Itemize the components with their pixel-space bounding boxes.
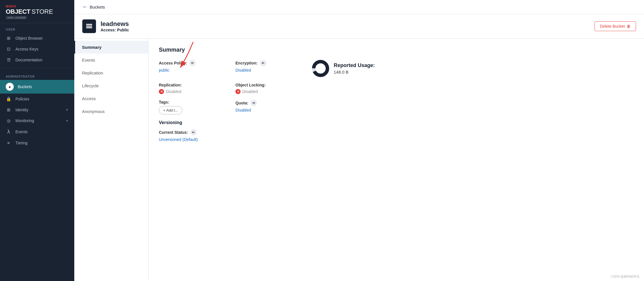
bucket-name: leadnews	[101, 20, 129, 28]
svg-rect-2	[86, 27, 92, 29]
sidebar-item-monitoring[interactable]: ◎ Monitoring ▼	[0, 115, 74, 126]
logo-license: AGPL LICENSE	[6, 16, 69, 19]
sidebar-item-documentation[interactable]: ☰ Documentation	[0, 54, 74, 65]
tab-navigation: Summary Events Replication Lifecycle Acc…	[74, 39, 149, 281]
sidebar: MINIO OBJECT STORE AGPL LICENSE User ⊞ O…	[0, 0, 74, 281]
buckets-icon: ●	[6, 83, 14, 91]
content-area: Summary Events Replication Lifecycle Acc…	[74, 39, 644, 281]
add-tag-label: + Add t...	[163, 108, 178, 112]
watermark: CSDN @屎码程序员	[611, 274, 639, 279]
back-arrow-icon: ←	[82, 4, 87, 10]
object-browser-icon: ⊞	[6, 36, 11, 41]
quota-link[interactable]: Disabled	[235, 108, 251, 112]
panel-title: Summary	[159, 47, 634, 53]
tab-events-label: Events	[82, 58, 95, 62]
replication-label: Replication:	[159, 83, 222, 87]
sidebar-divider	[0, 68, 74, 68]
tab-lifecycle[interactable]: Lifecycle	[74, 79, 148, 92]
back-to-buckets[interactable]: ← Buckets	[82, 4, 105, 10]
sidebar-item-identity[interactable]: ⊞ Identity ▼	[0, 104, 74, 115]
logo-light: STORE	[31, 8, 53, 15]
reported-usage-value: 148.0 B	[334, 70, 349, 74]
tab-summary-label: Summary	[82, 45, 101, 50]
versioning-section: Versioning Current Status: ✏ Unversioned…	[159, 120, 634, 142]
encryption-value: Disabled	[235, 68, 298, 72]
events-icon: λ	[6, 129, 11, 135]
bucket-access-value: Public	[117, 28, 129, 32]
delete-bucket-button[interactable]: Delete Bucket 🗑	[595, 21, 636, 31]
edit-versioning-icon[interactable]: ✏	[190, 129, 197, 136]
current-status-label: Current Status: ✏	[159, 129, 634, 136]
usage-donut-chart	[312, 60, 329, 77]
edit-access-policy-icon[interactable]: ✏	[189, 60, 196, 66]
sidebar-item-label: Policies	[15, 97, 69, 101]
quota-col: Quota: ✏ Disabled	[235, 100, 298, 114]
reported-usage: Reported Usage: 148.0 B	[334, 62, 375, 74]
bucket-title-group: leadnews Access: Public	[101, 20, 129, 32]
access-policy-link[interactable]: public	[159, 68, 169, 72]
encryption-col: Encryption: ✏ Disabled	[235, 60, 298, 77]
bucket-actions: Delete Bucket 🗑	[595, 21, 636, 31]
tab-anonymous[interactable]: Anonymous	[74, 105, 148, 118]
sidebar-item-buckets[interactable]: ● Buckets	[0, 80, 74, 94]
agpl-badge: AGPL LICENSE	[6, 16, 27, 19]
policies-icon: 🔒	[6, 96, 11, 102]
user-section-label: User	[0, 23, 74, 33]
disabled-icon: ✕	[235, 89, 241, 94]
sidebar-item-events[interactable]: λ Events	[0, 126, 74, 138]
summary-row-2: Replication: ✕ Disabled Object Locking: …	[159, 83, 634, 94]
reported-usage-title: Reported Usage:	[334, 62, 375, 68]
documentation-icon: ☰	[6, 57, 11, 62]
logo-bold: OBJECT	[6, 8, 30, 15]
tab-access-label: Access	[82, 96, 96, 101]
access-policy-label: Access Policy: ✏	[159, 60, 222, 66]
tags-col: Tags: + Add t...	[159, 100, 222, 114]
svg-rect-1	[86, 26, 92, 27]
chevron-down-icon: ▼	[65, 119, 69, 122]
quota-value: Disabled	[235, 108, 298, 112]
trash-icon: 🗑	[627, 24, 631, 29]
delete-bucket-label: Delete Bucket	[600, 24, 625, 29]
tab-anonymous-label: Anonymous	[82, 109, 105, 114]
tab-access[interactable]: Access	[74, 92, 148, 105]
summary-row-3: Tags: + Add t... Quota: ✏ Disabled	[159, 100, 634, 114]
tab-replication[interactable]: Replication	[74, 66, 148, 79]
access-keys-icon: ⊡	[6, 47, 11, 52]
edit-encryption-icon[interactable]: ✏	[260, 60, 266, 66]
svg-point-4	[314, 62, 327, 75]
logo-main: OBJECT STORE	[6, 8, 69, 15]
replication-value: ✕ Disabled	[159, 89, 222, 94]
tab-summary[interactable]: Summary	[74, 41, 148, 54]
object-locking-label: Object Locking:	[235, 83, 298, 87]
sidebar-item-label: Monitoring	[15, 118, 61, 123]
chevron-down-icon: ▼	[65, 108, 69, 112]
access-policy-value: public	[159, 68, 222, 72]
sidebar-item-object-browser[interactable]: ⊞ Object Browser	[0, 33, 74, 44]
object-locking-value: ✕ Disabled	[235, 89, 298, 94]
quota-label: Quota: ✏	[235, 100, 298, 106]
summary-row-1: Access Policy: ✏ public Encryption: ✏ Di…	[159, 60, 634, 77]
add-tag-button[interactable]: + Add t...	[159, 106, 182, 114]
sidebar-item-tiering[interactable]: ≡ Tiering	[0, 138, 74, 148]
sidebar-item-access-keys[interactable]: ⊡ Access Keys	[0, 44, 74, 54]
sidebar-item-label: Object Browser	[15, 36, 69, 41]
topbar: ← Buckets	[74, 0, 644, 14]
sidebar-item-label: Access Keys	[15, 47, 69, 51]
back-label: Buckets	[90, 5, 105, 9]
bucket-access: Access: Public	[101, 28, 129, 32]
monitoring-icon: ◎	[6, 118, 11, 123]
disabled-icon: ✕	[159, 89, 164, 94]
versioning-link[interactable]: Unversioned (Default)	[159, 137, 198, 142]
replication-col: Replication: ✕ Disabled	[159, 83, 222, 94]
encryption-link[interactable]: Disabled	[235, 68, 251, 72]
admin-section-label: Administrator	[0, 70, 74, 80]
svg-rect-0	[86, 24, 92, 25]
current-status-value: Unversioned (Default)	[159, 137, 634, 142]
edit-quota-icon[interactable]: ✏	[251, 100, 257, 106]
access-policy-col: Access Policy: ✏ public	[159, 60, 222, 77]
tab-events[interactable]: Events	[74, 54, 148, 66]
bucket-info: leadnews Access: Public	[82, 19, 129, 33]
sidebar-item-label: Documentation	[15, 58, 69, 62]
sidebar-item-policies[interactable]: 🔒 Policies	[0, 94, 74, 104]
bucket-icon	[82, 19, 96, 33]
